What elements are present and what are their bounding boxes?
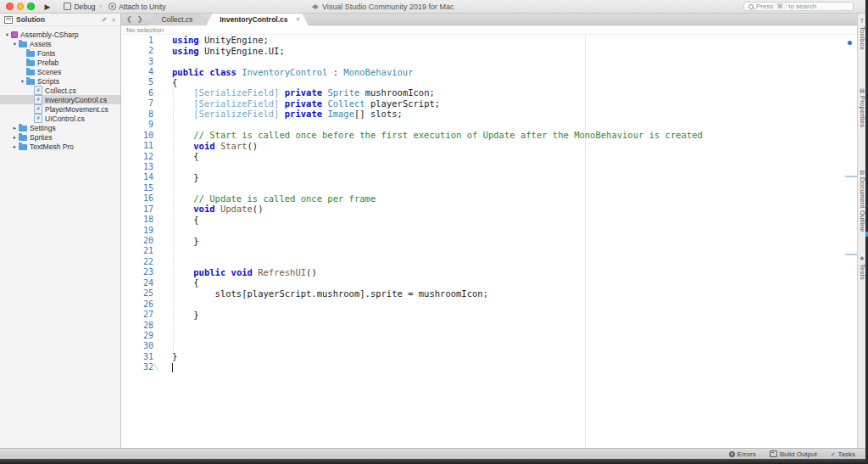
code-token: { <box>172 277 199 288</box>
configuration-icon <box>64 3 71 10</box>
code-line[interactable]: 19 <box>121 225 857 235</box>
window-title: Visual Studio Community 2019 for Mac <box>312 0 453 14</box>
attach-icon <box>108 3 116 10</box>
status-errors[interactable]: ✕Errors <box>729 450 756 458</box>
code-token: } <box>172 310 199 320</box>
nav-back-icon[interactable]: ❮ <box>126 15 132 23</box>
code-line[interactable]: 15 <box>121 182 857 193</box>
status-build-output[interactable]: Build Output <box>770 450 817 458</box>
code-line[interactable]: 16 // Update is called once per frame <box>121 193 857 204</box>
tree-item-collect-cs[interactable]: #Collect.cs <box>0 86 120 95</box>
code-line[interactable]: 18 { <box>121 214 857 224</box>
code-line[interactable]: 21 <box>121 246 857 256</box>
tests-icon: ❖ <box>860 256 865 262</box>
code-line[interactable]: 6 [SerializeField] private Sprite mushro… <box>121 87 857 98</box>
code-line[interactable]: 2using UnityEngine.UI; <box>121 45 857 55</box>
code-token: using <box>172 35 199 45</box>
collapse-icon[interactable]: ▾ <box>3 30 11 39</box>
tree-item-uicontrol-cs[interactable]: #UIControl.cs <box>0 114 120 123</box>
code-token: private <box>285 109 322 119</box>
expand-icon[interactable]: ▸ <box>11 123 19 132</box>
tree-item-assembly-csharp[interactable]: ▾Assembly-CSharp <box>0 30 120 39</box>
tree-item-inventorycontrol-cs[interactable]: #InventoryControl.cs <box>0 95 120 104</box>
line-content: { <box>172 77 177 87</box>
line-number: 8 <box>121 109 153 119</box>
code-line[interactable]: 9 <box>121 120 857 130</box>
tab-close-icon[interactable]: ✕ <box>296 14 301 25</box>
code-line[interactable]: 5{ <box>121 77 857 87</box>
play-icon[interactable]: ▶ <box>45 0 51 14</box>
line-number: 3 <box>121 57 153 66</box>
code-token: [] slots; <box>354 109 403 119</box>
collapse-icon[interactable]: ▾ <box>19 76 26 86</box>
code-line[interactable]: 13 <box>121 161 857 171</box>
folder-icon <box>26 51 35 57</box>
expand-icon[interactable]: ▸ <box>11 132 19 142</box>
code-line[interactable]: 26 <box>121 299 857 309</box>
code-line[interactable]: 32╲ <box>121 362 857 372</box>
solution-tree: ▾Assembly-CSharp▾AssetsFontsPrefabScenes… <box>0 26 120 151</box>
tree-item-settings[interactable]: ▸Settings <box>0 123 120 132</box>
tree-item-fonts[interactable]: Fonts <box>0 48 120 58</box>
line-number: 7 <box>121 98 153 108</box>
search-input[interactable]: Press '⌘.' to search <box>743 2 854 11</box>
tab-collect-cs[interactable]: Collect.cs <box>147 14 206 25</box>
code-line[interactable]: 12 { <box>121 151 857 161</box>
code-editor[interactable]: 1using UnityEngine;2using UnityEngine.UI… <box>121 35 857 448</box>
code-line[interactable]: 31} <box>121 351 857 361</box>
line-number: 6 <box>121 88 153 98</box>
tree-item-assets[interactable]: ▾Assets <box>0 39 120 48</box>
line-number: 26 <box>121 299 153 309</box>
code-line[interactable]: 22 <box>121 256 857 266</box>
tree-item-scenes[interactable]: Scenes <box>0 67 120 76</box>
code-line[interactable]: 7 [SerializeField] private Collect playe… <box>121 98 857 109</box>
line-number: 31 <box>121 352 153 361</box>
code-line[interactable]: 24 { <box>121 277 857 288</box>
code-line[interactable]: 23 public void RefreshUI() <box>121 267 857 277</box>
tree-item-playermovement-cs[interactable]: #PlayerMovement.cs <box>0 104 120 114</box>
tree-item-prefab[interactable]: Prefab <box>0 58 120 67</box>
tree-item-label: Prefab <box>37 59 58 67</box>
code-token: void <box>193 204 214 214</box>
close-window-button[interactable] <box>6 3 14 10</box>
collapse-icon[interactable]: ▾ <box>11 39 19 48</box>
code-line[interactable]: 4public class InventoryControl : MonoBeh… <box>121 66 857 76</box>
tree-item-label: Scripts <box>37 77 59 86</box>
line-number: 30 <box>121 341 153 350</box>
code-line[interactable]: 25 slots[playerScript.mushroom].sprite =… <box>121 288 857 299</box>
tree-item-scripts[interactable]: ▾Scripts <box>0 76 120 86</box>
pin-icon[interactable] <box>102 17 107 22</box>
tree-item-sprites[interactable]: ▸Sprites <box>0 132 120 142</box>
configuration-dropdown[interactable]: Debug › <box>64 3 103 11</box>
tasks-icon: ✓ <box>831 451 836 457</box>
minimize-window-button[interactable] <box>17 3 25 10</box>
tree-item-label: Collect.cs <box>45 87 76 95</box>
code-line[interactable]: 8 [SerializeField] private Image[] slots… <box>121 109 857 119</box>
attach-to-unity-button[interactable]: Attach to Unity <box>108 3 165 11</box>
code-line[interactable]: 14 } <box>121 172 857 182</box>
code-line[interactable]: 28 <box>121 320 857 330</box>
code-line[interactable]: 1using UnityEngine; <box>121 35 857 45</box>
expand-icon[interactable]: ▸ <box>11 142 19 151</box>
code-line[interactable]: 17 void Update() <box>121 204 857 214</box>
line-number: 9 <box>121 120 153 129</box>
code-line[interactable]: 3 <box>121 56 857 66</box>
screen-bottom-edge <box>0 459 868 464</box>
code-line[interactable]: 20 } <box>121 235 857 245</box>
line-content: [SerializeField] private Image[] slots; <box>172 109 403 119</box>
code-line[interactable]: 10 // Start is called once before the fi… <box>121 130 857 140</box>
close-pad-icon[interactable]: ✕ <box>111 17 116 23</box>
code-line[interactable]: 27 } <box>121 309 857 319</box>
zoom-window-button[interactable] <box>27 3 35 10</box>
nav-forward-icon[interactable]: ❯ <box>137 15 143 23</box>
code-line[interactable]: 11 void Start() <box>121 140 857 150</box>
tree-item-textmesh-pro[interactable]: ▸TextMesh Pro <box>0 142 120 151</box>
tab-inventorycontrol-cs[interactable]: InventoryControl.cs✕ <box>206 14 308 25</box>
breadcrumb[interactable]: No selection <box>121 25 857 35</box>
code-line[interactable]: 29 <box>121 330 857 340</box>
status-tasks[interactable]: ✓Tasks <box>831 450 855 458</box>
code-token: slots[playerScript.mushroom].sprite = mu… <box>172 288 488 299</box>
status-item-label: Build Output <box>780 450 817 458</box>
code-token: mushroomIcon; <box>359 87 435 98</box>
code-line[interactable]: 30 <box>121 341 857 351</box>
